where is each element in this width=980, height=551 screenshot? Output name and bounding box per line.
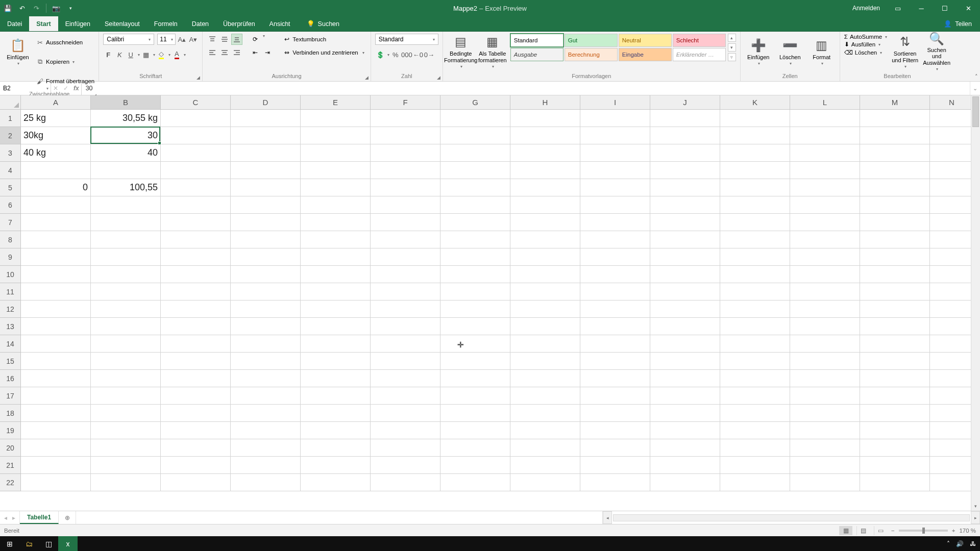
cell[interactable] (860, 266, 930, 283)
cell[interactable] (440, 474, 510, 491)
cell[interactable] (580, 474, 650, 491)
start-button[interactable]: ⊞ (0, 536, 19, 551)
cell-styles-gallery[interactable]: StandardGutNeutralSchlechtAusgabeBerechn… (510, 34, 726, 61)
cell[interactable] (440, 300, 510, 318)
clear-button[interactable]: ⌫Löschen▾ (844, 49, 887, 56)
cell[interactable] (440, 439, 510, 457)
cell[interactable] (930, 405, 974, 422)
row-header[interactable]: 3 (0, 144, 21, 162)
cell[interactable] (860, 231, 930, 248)
cell[interactable] (371, 214, 440, 231)
align-left-icon[interactable] (207, 47, 218, 58)
cell[interactable] (790, 162, 860, 179)
cell[interactable] (371, 474, 440, 491)
cell[interactable]: 0 (21, 179, 91, 196)
row-header[interactable]: 16 (0, 370, 21, 387)
cell[interactable] (930, 196, 974, 214)
copy-button[interactable]: ⧉Kopieren▾ (36, 53, 94, 70)
zoom-out-icon[interactable]: − (891, 528, 895, 534)
cell[interactable] (440, 231, 510, 248)
cell[interactable] (21, 231, 91, 248)
cell[interactable] (930, 214, 974, 231)
cell-style-swatch[interactable]: Berechnung (565, 48, 618, 61)
cell[interactable] (720, 266, 790, 283)
cell[interactable] (860, 439, 930, 457)
font-color-button[interactable]: A (172, 49, 182, 60)
cell[interactable] (371, 318, 440, 335)
cell[interactable] (371, 144, 440, 162)
cell[interactable] (860, 248, 930, 266)
column-header[interactable]: D (231, 95, 301, 109)
cell[interactable] (510, 405, 580, 422)
cell[interactable] (720, 300, 790, 318)
zoom-level[interactable]: 170 % (959, 528, 976, 534)
cell[interactable] (161, 474, 231, 491)
cell[interactable] (231, 353, 301, 370)
row-header[interactable]: 1 (0, 110, 21, 127)
cell[interactable] (580, 214, 650, 231)
cell[interactable] (301, 370, 371, 387)
cell[interactable] (161, 179, 231, 196)
decrease-font-icon[interactable]: A▾ (188, 34, 198, 45)
column-headers[interactable]: ABCDEFGHIJKLMN (0, 95, 980, 110)
cell[interactable] (860, 353, 930, 370)
cell[interactable] (301, 127, 371, 144)
fill-button[interactable]: ⬇Ausfüllen▾ (844, 41, 887, 48)
cell-style-swatch[interactable]: Standard (510, 34, 564, 47)
cell[interactable] (510, 353, 580, 370)
cell[interactable] (790, 127, 860, 144)
cell[interactable] (860, 370, 930, 387)
cell[interactable] (21, 248, 91, 266)
row-header[interactable]: 2 (0, 127, 21, 144)
cell[interactable] (790, 387, 860, 405)
cell[interactable] (371, 439, 440, 457)
cell[interactable] (21, 370, 91, 387)
cell[interactable] (440, 457, 510, 474)
number-format-combo[interactable]: Standard▾ (375, 34, 438, 45)
cell[interactable] (720, 283, 790, 300)
column-header[interactable]: C (161, 95, 231, 109)
cell[interactable] (21, 196, 91, 214)
cut-button[interactable]: ✂Ausschneiden (36, 34, 94, 51)
cell[interactable] (510, 439, 580, 457)
cell[interactable] (21, 300, 91, 318)
font-name-combo[interactable]: Calibri▾ (103, 34, 154, 45)
cell[interactable] (371, 266, 440, 283)
cell[interactable] (161, 439, 231, 457)
cell[interactable] (21, 266, 91, 283)
formula-bar[interactable]: 30 (82, 85, 970, 92)
tab-file[interactable]: Datei (0, 16, 29, 31)
cell[interactable] (720, 127, 790, 144)
cell[interactable] (860, 144, 930, 162)
cell[interactable] (650, 318, 720, 335)
cell[interactable] (930, 283, 974, 300)
cell[interactable] (161, 231, 231, 248)
cell[interactable] (790, 196, 860, 214)
cell[interactable] (371, 300, 440, 318)
cell[interactable] (161, 318, 231, 335)
cell[interactable] (930, 300, 974, 318)
comma-format-icon[interactable]: 000 (402, 49, 412, 60)
cell-style-swatch[interactable]: Neutral (619, 34, 672, 47)
cell[interactable] (790, 353, 860, 370)
cell[interactable] (650, 110, 720, 127)
cell[interactable] (231, 110, 301, 127)
cell[interactable] (720, 144, 790, 162)
align-bottom-icon[interactable] (231, 34, 242, 45)
cell[interactable] (580, 179, 650, 196)
cell[interactable] (371, 335, 440, 353)
cell[interactable] (231, 300, 301, 318)
cell[interactable] (860, 283, 930, 300)
cell[interactable] (860, 162, 930, 179)
cell[interactable] (510, 162, 580, 179)
cell[interactable] (161, 127, 231, 144)
cell[interactable] (440, 127, 510, 144)
cell[interactable]: 30,55 kg (91, 110, 161, 127)
cell[interactable] (720, 387, 790, 405)
cell[interactable] (580, 457, 650, 474)
cell[interactable] (21, 214, 91, 231)
cell[interactable] (720, 179, 790, 196)
cell[interactable] (720, 439, 790, 457)
cell[interactable] (231, 335, 301, 353)
cell[interactable] (720, 370, 790, 387)
